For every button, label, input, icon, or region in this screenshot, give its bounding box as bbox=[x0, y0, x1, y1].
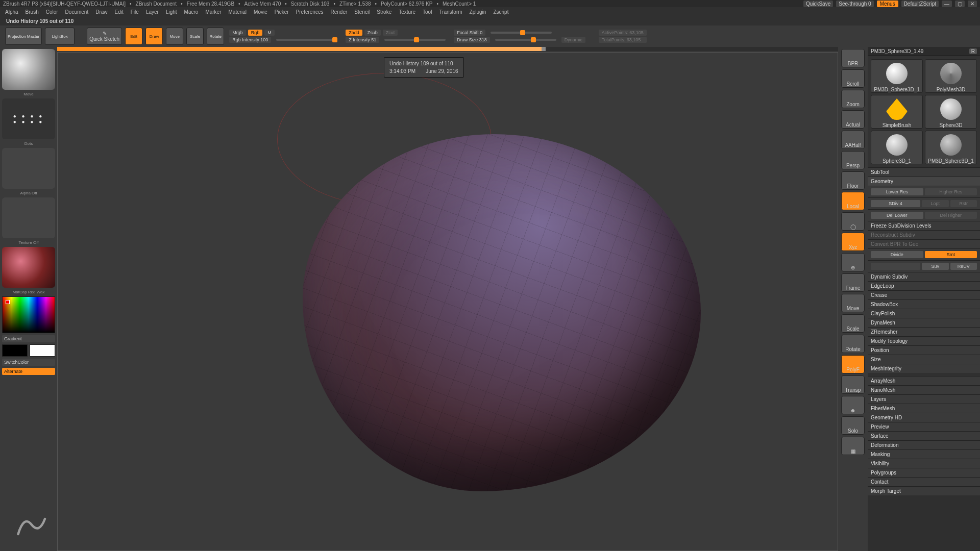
rgb-intensity-slider[interactable]: Rgb Intensity 100 bbox=[229, 37, 271, 43]
zsub-button[interactable]: Zsub bbox=[364, 30, 381, 36]
xyz-button[interactable]: Xyz bbox=[841, 233, 865, 251]
quicksketch-button[interactable]: ✎Quick Sketch bbox=[87, 28, 122, 45]
menu-movie[interactable]: Movie bbox=[254, 9, 267, 15]
lightbox-button[interactable]: LightBox bbox=[45, 28, 75, 45]
rstr-button[interactable]: Rstr bbox=[950, 200, 977, 207]
smt-button[interactable]: Smt bbox=[925, 251, 977, 258]
menu-stroke[interactable]: Stroke bbox=[377, 9, 391, 15]
convert-bpr-button[interactable]: Convert BPR To Geo bbox=[868, 239, 980, 248]
tool-thumb-4[interactable]: Sphere3D_1 bbox=[871, 131, 923, 164]
transp-button[interactable]: Transp bbox=[841, 375, 865, 394]
rotate-button[interactable]: Rotate bbox=[207, 28, 224, 45]
vp-move-button[interactable]: Move bbox=[841, 294, 865, 312]
menu-alpha[interactable]: Alpha bbox=[5, 9, 18, 15]
texture-thumbnail[interactable] bbox=[2, 197, 55, 238]
material-thumbnail[interactable] bbox=[2, 247, 55, 288]
scale-button[interactable]: Scale bbox=[186, 28, 204, 45]
menu-light[interactable]: Light bbox=[166, 9, 177, 15]
rgb-button[interactable]: Rgb bbox=[248, 30, 263, 36]
sec-nanomesh[interactable]: NanoMesh bbox=[868, 385, 980, 394]
sec-dynamesh[interactable]: DynaMesh bbox=[868, 318, 980, 327]
alpha-thumbnail[interactable] bbox=[2, 148, 55, 189]
color-swatches[interactable] bbox=[2, 344, 55, 357]
z-intensity-slider[interactable]: Z Intensity 51 bbox=[346, 37, 379, 43]
dynamic-toggle[interactable]: Dynamic bbox=[561, 37, 585, 43]
maximize-icon[interactable]: ▢ bbox=[955, 1, 965, 7]
menus-toggle[interactable]: Menus bbox=[877, 1, 898, 7]
lower-res-button[interactable]: Lower Res bbox=[871, 188, 923, 195]
move-button[interactable]: Move bbox=[166, 28, 183, 45]
sec-fibermesh[interactable]: FiberMesh bbox=[868, 404, 980, 413]
lasso-button[interactable]: ◯ bbox=[841, 212, 865, 231]
floor-button[interactable]: Floor bbox=[841, 171, 865, 190]
aahalf-button[interactable]: AAHalf bbox=[841, 131, 865, 149]
stroke-thumbnail[interactable]: ● ● ● ●● ● ● ● bbox=[2, 98, 55, 139]
menu-edit[interactable]: Edit bbox=[115, 9, 124, 15]
mrgb-button[interactable]: Mrgb bbox=[229, 30, 246, 36]
seethrough-slider[interactable]: See-through 0 bbox=[836, 1, 873, 7]
bpr-button[interactable]: BPR bbox=[841, 49, 865, 67]
higher-res-button[interactable]: Higher Res bbox=[925, 188, 977, 195]
sdiv-slider[interactable]: SDiv 4 bbox=[871, 200, 920, 207]
tool-thumb-5[interactable]: PM3D_Sphere3D_1 bbox=[925, 131, 977, 164]
section-geometry[interactable]: Geometry bbox=[868, 177, 980, 186]
solo-button[interactable]: Solo bbox=[841, 416, 865, 435]
m-button[interactable]: M bbox=[264, 30, 275, 36]
sec-preview[interactable]: Preview bbox=[868, 422, 980, 431]
menu-preferences[interactable]: Preferences bbox=[296, 9, 324, 15]
viewport[interactable] bbox=[57, 52, 838, 551]
divide-button[interactable]: Divide bbox=[871, 251, 923, 258]
sec-modify-topology[interactable]: Modify Topology bbox=[868, 336, 980, 345]
menu-stencil[interactable]: Stencil bbox=[354, 9, 370, 15]
switchcolor-button[interactable]: SwitchColor bbox=[2, 359, 55, 366]
sec-dynamic-subdiv[interactable]: Dynamic Subdiv bbox=[868, 272, 980, 281]
sec-zremesher[interactable]: ZRemesher bbox=[868, 327, 980, 336]
menu-color[interactable]: Color bbox=[46, 9, 58, 15]
sec-edgeloop[interactable]: EdgeLoop bbox=[868, 281, 980, 290]
alternate-button[interactable]: Alternate bbox=[2, 368, 55, 375]
persp-button[interactable]: Persp bbox=[841, 151, 865, 169]
zadd-button[interactable]: Zadd bbox=[346, 30, 362, 36]
draw-button[interactable]: Draw bbox=[145, 28, 163, 45]
vp-scale-button[interactable]: Scale bbox=[841, 314, 865, 333]
menu-brush[interactable]: Brush bbox=[26, 9, 39, 15]
rgb-intensity-track[interactable] bbox=[276, 39, 337, 41]
focal-shift-slider[interactable]: Focal Shift 0 bbox=[454, 30, 485, 36]
undo-history-bar[interactable] bbox=[57, 47, 838, 51]
menu-picker[interactable]: Picker bbox=[275, 9, 289, 15]
menu-layer[interactable]: Layer bbox=[146, 9, 159, 15]
sec-size[interactable]: Size bbox=[868, 355, 980, 364]
focal-track[interactable] bbox=[491, 32, 552, 34]
menu-material[interactable]: Material bbox=[229, 9, 247, 15]
tool-r-button[interactable]: R bbox=[969, 48, 977, 54]
edit-button[interactable]: Edit bbox=[125, 28, 142, 45]
del-higher-button[interactable]: Del Higher bbox=[925, 212, 977, 219]
gradient-toggle[interactable]: Gradient bbox=[2, 335, 55, 342]
projection-master-button[interactable]: Projection Master bbox=[5, 28, 42, 45]
sec-layers[interactable]: Layers bbox=[868, 394, 980, 404]
close-icon[interactable]: ✕ bbox=[968, 1, 977, 7]
tool-thumb-0[interactable]: PM3D_Sphere3D_1 bbox=[871, 59, 923, 93]
frame-button[interactable]: Frame bbox=[841, 273, 865, 292]
zoom-button[interactable]: Zoom bbox=[841, 90, 865, 108]
suv-button[interactable]: Suv bbox=[922, 263, 949, 270]
menu-file[interactable]: File bbox=[131, 9, 139, 15]
quicksave-button[interactable]: QuickSave bbox=[803, 1, 833, 7]
sec-visibility[interactable]: Visibility bbox=[868, 459, 980, 468]
sec-morphtarget[interactable]: Morph Target bbox=[868, 486, 980, 495]
local-button[interactable]: Local bbox=[841, 192, 865, 210]
reconstruct-subdiv-button[interactable]: Reconstruct Subdiv bbox=[868, 230, 980, 239]
sculpt-mesh[interactable] bbox=[303, 134, 701, 491]
reuv-button[interactable]: ReUV bbox=[950, 263, 977, 270]
history-marker[interactable] bbox=[542, 47, 546, 51]
actual-button[interactable]: Actual bbox=[841, 110, 865, 129]
sec-arraymesh[interactable]: ArrayMesh bbox=[868, 376, 980, 385]
sec-deformation[interactable]: Deformation bbox=[868, 440, 980, 449]
brush-thumbnail[interactable] bbox=[2, 49, 55, 90]
vp-rotate-button[interactable]: Rotate bbox=[841, 335, 865, 353]
lopt-button[interactable]: Lopt bbox=[922, 200, 949, 207]
sec-surface[interactable]: Surface bbox=[868, 431, 980, 440]
extra-button[interactable]: ▦ bbox=[841, 437, 865, 455]
color-picker[interactable] bbox=[2, 296, 55, 333]
tool-thumb-1[interactable]: PolyMesh3D bbox=[925, 59, 977, 93]
